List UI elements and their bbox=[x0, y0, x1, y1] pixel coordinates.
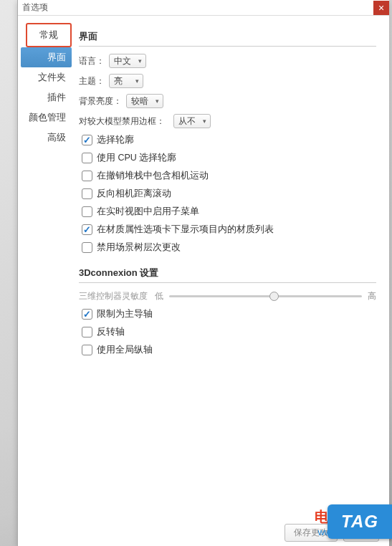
checkbox-label: 反向相机距离滚动 bbox=[97, 188, 171, 200]
checkbox[interactable] bbox=[82, 345, 92, 355]
theme-select[interactable]: 亮 bbox=[109, 74, 143, 88]
sidebar-item-advanced[interactable]: 高级 bbox=[18, 128, 72, 148]
edge-select[interactable]: 从不 bbox=[173, 114, 211, 128]
slider-label: 三维控制器灵敏度 bbox=[79, 290, 148, 302]
checkbox-label: 在撤销堆栈中包含相机运动 bbox=[97, 170, 209, 182]
bgbright-select[interactable]: 较暗 bbox=[126, 94, 163, 108]
slider-thumb[interactable] bbox=[269, 292, 279, 301]
checkbox[interactable] bbox=[82, 242, 92, 253]
check-row: 在材质属性选项卡下显示项目内的材质列表 bbox=[79, 224, 376, 236]
slider-high: 高 bbox=[368, 290, 376, 302]
checkbox-label: 禁用场景树层次更改 bbox=[97, 241, 181, 254]
checkbox[interactable] bbox=[82, 327, 92, 337]
sidebar-item-folders[interactable]: 文件夹 bbox=[18, 67, 72, 87]
sidebar-item-interface[interactable]: 界面 bbox=[21, 47, 72, 67]
sidebar: 常规 界面 文件夹 插件 颜色管理 高级 bbox=[18, 16, 72, 546]
checkbox[interactable] bbox=[82, 171, 92, 181]
checkbox-label: 在材质属性选项卡下显示项目内的材质列表 bbox=[97, 224, 274, 236]
check-row: 反转轴 bbox=[79, 326, 376, 338]
check-row: 禁用场景树层次更改 bbox=[79, 241, 376, 254]
preferences-window: 首选项 × 常规 界面 文件夹 插件 颜色管理 高级 界面 语言： 中文 主题：… bbox=[17, 0, 389, 546]
checkbox-label: 使用全局纵轴 bbox=[97, 344, 153, 356]
check-row: 使用 CPU 选择轮廓 bbox=[79, 152, 376, 164]
checkbox-label: 选择轮廓 bbox=[97, 134, 134, 146]
check-row: 使用全局纵轴 bbox=[79, 344, 376, 356]
sidebar-item-color[interactable]: 颜色管理 bbox=[18, 107, 72, 128]
theme-label: 主题： bbox=[79, 75, 109, 87]
language-select[interactable]: 中文 bbox=[109, 54, 146, 68]
checkbox[interactable] bbox=[82, 135, 92, 145]
checkbox-label: 在实时视图中启用子菜单 bbox=[97, 206, 199, 218]
checkbox-label: 限制为主导轴 bbox=[97, 308, 153, 320]
checkbox[interactable] bbox=[82, 188, 92, 199]
section-interface-title: 界面 bbox=[79, 30, 376, 47]
check-row: 在撤销堆栈中包含相机运动 bbox=[79, 170, 376, 182]
checkbox[interactable] bbox=[82, 153, 92, 163]
checkbox-label: 使用 CPU 选择轮廓 bbox=[97, 152, 176, 164]
close-button[interactable]: × bbox=[373, 1, 389, 15]
check-row: 选择轮廓 bbox=[79, 134, 376, 146]
sensitivity-slider[interactable] bbox=[169, 295, 362, 297]
bgbright-label: 背景亮度： bbox=[79, 95, 126, 107]
check-row: 反向相机距离滚动 bbox=[79, 188, 376, 200]
checkbox-label: 反转轴 bbox=[97, 326, 125, 338]
check-row: 在实时视图中启用子菜单 bbox=[79, 206, 376, 218]
checkbox[interactable] bbox=[82, 309, 92, 320]
section-3d-title: 3Dconnexion 设置 bbox=[79, 267, 376, 283]
check-row: 限制为主导轴 bbox=[79, 308, 376, 320]
sidebar-item-general[interactable]: 常规 bbox=[26, 23, 72, 47]
content-panel: 界面 语言： 中文 主题： 亮 背景亮度： 较暗 对较大模型禁用边框： 从不 选… bbox=[72, 16, 389, 546]
window-title: 首选项 bbox=[22, 1, 48, 14]
checkbox[interactable] bbox=[82, 224, 92, 235]
titlebar: 首选项 × bbox=[18, 0, 389, 16]
language-label: 语言： bbox=[79, 55, 109, 67]
sidebar-item-plugins[interactable]: 插件 bbox=[18, 87, 72, 107]
edge-label: 对较大模型禁用边框： bbox=[79, 115, 173, 128]
tag-badge: TAG bbox=[328, 504, 392, 539]
checkbox[interactable] bbox=[82, 206, 92, 217]
slider-low: 低 bbox=[155, 290, 163, 302]
